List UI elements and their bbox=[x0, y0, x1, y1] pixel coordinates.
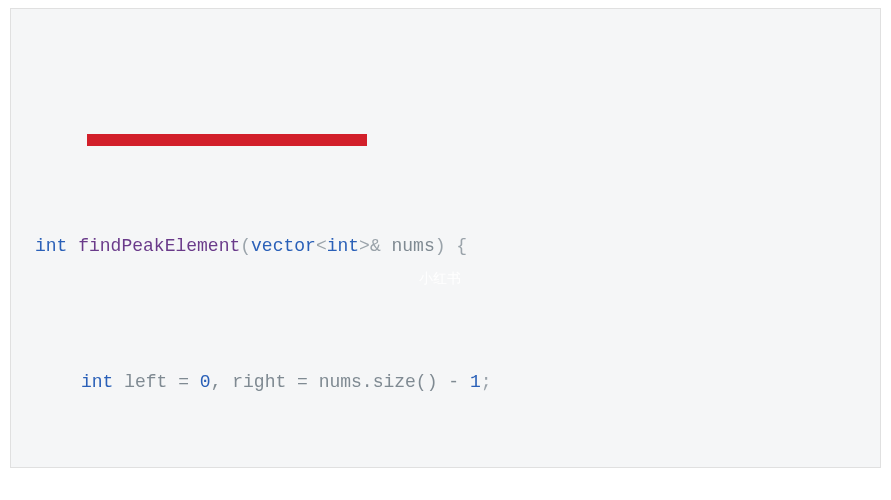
decl-left: left = bbox=[113, 372, 199, 392]
code-block: 小红书 int findPeakElement(vector<int>& num… bbox=[10, 8, 881, 468]
code-line-2: int left = 0, right = nums.size() - 1; bbox=[35, 365, 862, 399]
keyword-int: int bbox=[81, 372, 113, 392]
red-underline-highlight bbox=[87, 134, 367, 146]
code-line-1: int findPeakElement(vector<int>& nums) { bbox=[35, 229, 862, 263]
semicolon: ; bbox=[481, 372, 492, 392]
literal-one: 1 bbox=[470, 372, 481, 392]
template-int: int bbox=[327, 236, 359, 256]
literal-zero: 0 bbox=[200, 372, 211, 392]
watermark-text: 小红书 bbox=[419, 261, 461, 295]
paren-open: ( bbox=[240, 236, 251, 256]
brace-open: { bbox=[446, 236, 468, 256]
type-vector: vector bbox=[251, 236, 316, 256]
decl-right: , right = nums.size() - bbox=[211, 372, 470, 392]
paren-close: ) bbox=[435, 236, 446, 256]
ampersand: & bbox=[370, 236, 381, 256]
function-name: findPeakElement bbox=[78, 236, 240, 256]
param-nums: nums bbox=[381, 236, 435, 256]
angle-close: > bbox=[359, 236, 370, 256]
keyword-int: int bbox=[35, 236, 67, 256]
angle-open: < bbox=[316, 236, 327, 256]
